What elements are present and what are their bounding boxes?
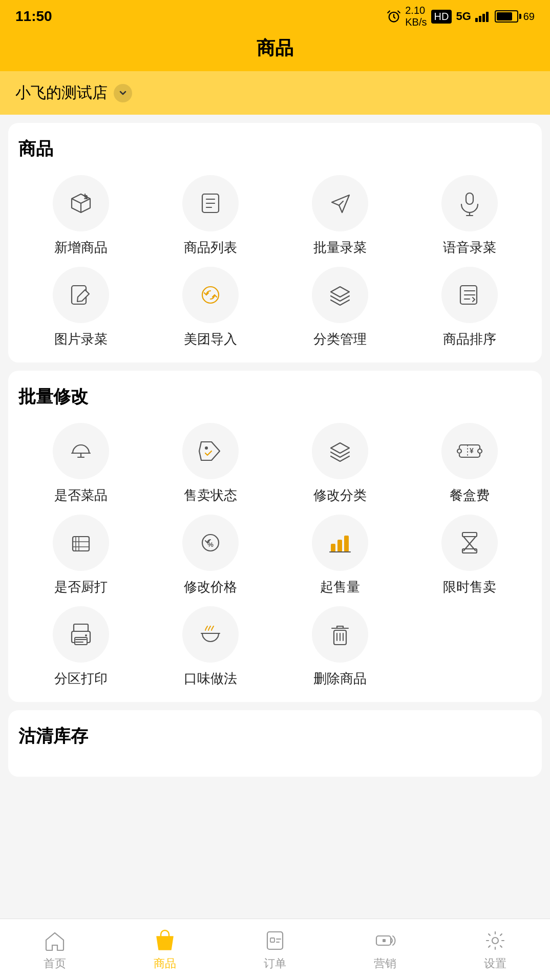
- category-manage-icon-circle: [312, 267, 368, 323]
- svg-text:¥: ¥: [470, 446, 474, 455]
- signal-icon: [475, 11, 491, 22]
- svg-rect-39: [337, 540, 342, 552]
- zone-print-label: 分区打印: [54, 670, 108, 688]
- status-icons: 2.10KB/s HD 5G 69: [387, 5, 535, 28]
- is-dish-item[interactable]: 是否菜品: [18, 423, 143, 504]
- time-sale-item[interactable]: 限时售卖: [407, 515, 532, 596]
- modify-price-icon-circle: %: [182, 515, 239, 571]
- product-sort-icon-circle: [441, 267, 498, 323]
- delete-product-icon-circle: [312, 606, 368, 663]
- nav-products-label: 商品: [154, 956, 176, 971]
- sale-status-item[interactable]: 售卖状态: [148, 423, 272, 504]
- nav-marketing[interactable]: 营销: [330, 923, 440, 976]
- svg-rect-31: [73, 537, 89, 551]
- order-icon: [263, 929, 287, 952]
- sort-list-icon: [456, 282, 483, 308]
- svg-rect-4: [486, 12, 489, 22]
- order-nav-icon: [263, 928, 287, 953]
- voice-record-icon-circle: [441, 175, 498, 231]
- status-bar: 11:50 2.10KB/s HD 5G 69: [0, 0, 550, 31]
- box-fee-item[interactable]: ¥ 餐盒费: [407, 423, 532, 504]
- nav-orders-label: 订单: [264, 956, 286, 971]
- svg-point-61: [492, 938, 498, 944]
- tag-check-icon: [197, 438, 224, 464]
- product-sort-label: 商品排序: [443, 330, 496, 348]
- is-kitchen-item[interactable]: 是否厨打: [18, 515, 143, 596]
- batch-record-icon-circle: [312, 175, 368, 231]
- delete-product-item[interactable]: 删除商品: [278, 606, 402, 688]
- svg-rect-1: [475, 18, 478, 22]
- shopping-bag-icon: [153, 928, 177, 953]
- meituan-import-item[interactable]: 美团导入: [148, 267, 272, 348]
- zone-print-icon-circle: [53, 606, 109, 663]
- svg-rect-42: [462, 532, 477, 537]
- svg-rect-3: [482, 14, 485, 22]
- mic-icon: [456, 190, 483, 217]
- svg-point-28: [478, 449, 482, 453]
- min-order-item[interactable]: 起售量: [278, 515, 402, 596]
- marketing-icon: [373, 929, 397, 952]
- products-section: 商品 新增商品: [8, 123, 542, 363]
- store-selector[interactable]: 小飞的测试店: [0, 71, 550, 115]
- edit-icon: [68, 282, 94, 308]
- nav-orders[interactable]: 订单: [220, 923, 330, 976]
- svg-rect-40: [344, 536, 349, 552]
- zone-print-item[interactable]: 分区打印: [18, 606, 143, 688]
- taste-icon-circle: [182, 606, 239, 663]
- photo-record-item[interactable]: 图片录菜: [18, 267, 143, 348]
- sale-status-label: 售卖状态: [184, 486, 237, 504]
- category-manage-item[interactable]: 分类管理: [278, 267, 402, 348]
- delete-product-label: 删除商品: [313, 670, 367, 688]
- clear-inventory-section: 沽清库存: [8, 710, 542, 777]
- home-icon: [43, 929, 67, 952]
- is-dish-label: 是否菜品: [54, 486, 108, 504]
- meituan-import-label: 美团导入: [184, 330, 237, 348]
- is-dish-icon-circle: [53, 423, 109, 479]
- modify-category-item[interactable]: 修改分类: [278, 423, 402, 504]
- nav-products[interactable]: 商品: [110, 923, 220, 976]
- svg-rect-55: [267, 932, 283, 949]
- store-name: 小飞的测试店: [15, 82, 108, 103]
- alarm-icon: [387, 9, 401, 24]
- sale-status-icon-circle: [182, 423, 239, 479]
- nav-marketing-label: 营销: [374, 956, 396, 971]
- nav-home[interactable]: 首页: [0, 923, 110, 976]
- nav-settings-label: 设置: [484, 956, 506, 971]
- dish-icon: [68, 438, 94, 464]
- add-product-item[interactable]: 新增商品: [18, 175, 143, 257]
- home-nav-icon: [43, 928, 67, 953]
- svg-rect-38: [331, 544, 335, 552]
- kitchen-icon: [68, 529, 94, 556]
- send-icon: [327, 190, 353, 217]
- clear-inventory-section-title: 沽清库存: [18, 725, 532, 748]
- svg-rect-56: [270, 938, 274, 942]
- products-section-title: 商品: [18, 137, 532, 161]
- svg-rect-2: [479, 16, 481, 22]
- layers-icon: [327, 282, 353, 308]
- time-sale-icon-circle: [441, 515, 498, 571]
- voice-record-label: 语音录菜: [443, 239, 496, 257]
- taste-label: 口味做法: [184, 670, 237, 688]
- modify-price-item[interactable]: % 修改价格: [148, 515, 272, 596]
- product-list-item[interactable]: 商品列表: [148, 175, 272, 257]
- network-text: 5G: [456, 10, 471, 23]
- batch-record-item[interactable]: 批量录菜: [278, 175, 402, 257]
- is-kitchen-icon-circle: [53, 515, 109, 571]
- svg-rect-44: [74, 624, 88, 631]
- taste-item[interactable]: 口味做法: [148, 606, 272, 688]
- gear-icon: [483, 929, 507, 952]
- chevron-down-icon[interactable]: [114, 84, 132, 102]
- category-manage-label: 分类管理: [313, 330, 367, 348]
- list-icon: [197, 190, 224, 217]
- status-time: 11:50: [15, 8, 52, 25]
- gear-nav-icon: [483, 928, 507, 953]
- batch-modify-section-title: 批量修改: [18, 385, 532, 409]
- bottom-nav: 首页 商品 订单: [0, 919, 550, 980]
- photo-record-label: 图片录菜: [54, 330, 108, 348]
- voice-record-item[interactable]: 语音录菜: [407, 175, 532, 257]
- nav-settings[interactable]: 设置: [440, 923, 550, 976]
- batch-modify-grid: 是否菜品 售卖状态: [18, 423, 532, 688]
- product-sort-item[interactable]: 商品排序: [407, 267, 532, 348]
- svg-rect-60: [383, 939, 386, 942]
- marketing-nav-icon: [373, 928, 397, 953]
